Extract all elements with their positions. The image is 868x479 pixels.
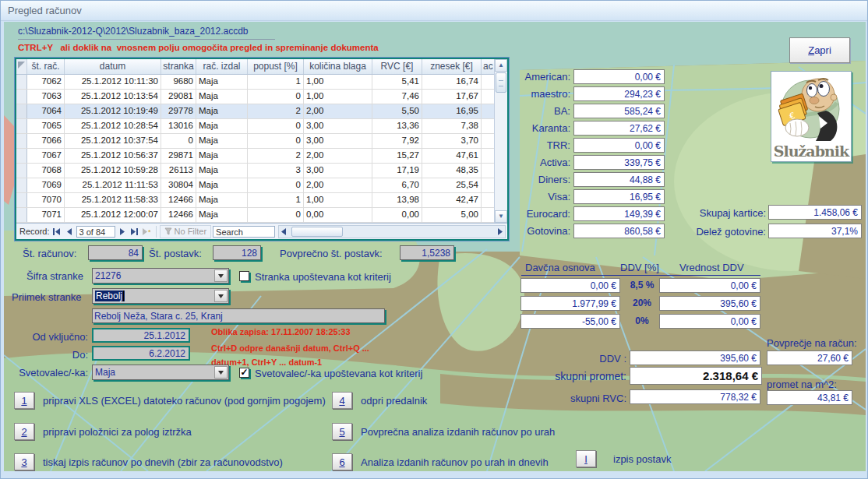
table-cell[interactable]: 25.1.2012 10:37:54 bbox=[65, 134, 161, 148]
table-cell[interactable]: 30804 bbox=[161, 178, 196, 192]
vertical-scroll-thumb[interactable] bbox=[496, 72, 506, 93]
table-cell[interactable]: 25.1.2012 10:13:54 bbox=[65, 90, 161, 104]
table-cell[interactable]: 25.1.2012 10:59:28 bbox=[65, 164, 161, 178]
next-record-button[interactable] bbox=[117, 226, 128, 237]
search-input[interactable]: Search bbox=[213, 226, 275, 238]
payment-field[interactable]: 339,75 € bbox=[573, 155, 665, 170]
table-cell[interactable]: Maja bbox=[196, 75, 248, 89]
table-cell[interactable]: Maja bbox=[196, 178, 248, 192]
close-button[interactable]: Zapri bbox=[789, 37, 850, 63]
action-button-2[interactable]: 2 bbox=[14, 423, 34, 440]
table-cell[interactable]: 0 bbox=[248, 178, 304, 192]
payment-field[interactable]: 16,95 € bbox=[573, 189, 665, 204]
table-cell[interactable]: 3,00 bbox=[304, 134, 372, 148]
table-cell[interactable]: 25,54 bbox=[422, 178, 482, 192]
first-record-button[interactable] bbox=[51, 226, 62, 237]
payment-field[interactable]: 0,00 € bbox=[573, 138, 665, 153]
table-cell[interactable]: 13,98 bbox=[372, 193, 422, 207]
date-to-field[interactable]: 6.2.2012 bbox=[92, 346, 190, 361]
customer-address-field[interactable]: Rebolj Neža, Stara c. 25, Kranj bbox=[92, 308, 385, 323]
table-cell[interactable]: 7063 bbox=[27, 90, 65, 104]
table-cell[interactable]: 25.1.2012 12:00:07 bbox=[65, 208, 161, 222]
rvc-total-field[interactable]: 778,32 € bbox=[630, 389, 760, 404]
table-cell[interactable]: 25.1.2012 11:11:53 bbox=[65, 178, 161, 192]
row-selector[interactable] bbox=[16, 178, 27, 192]
table-cell[interactable]: 25.1.2012 11:58:33 bbox=[65, 193, 161, 207]
table-cell[interactable]: 7066 bbox=[27, 134, 65, 148]
table-cell[interactable]: 1,00 bbox=[304, 75, 372, 89]
table-cell[interactable]: 0 bbox=[248, 90, 304, 104]
table-cell[interactable]: 3,00 bbox=[304, 164, 372, 178]
total-cards-field[interactable]: 1.458,06 € bbox=[768, 205, 862, 220]
table-cell[interactable]: 7065 bbox=[27, 119, 65, 133]
table-row[interactable]: 706325.1.2012 10:13:5429081Maja01,007,46… bbox=[16, 90, 494, 104]
ddv-total-field[interactable]: 395,60 € bbox=[630, 350, 760, 365]
item-count-field[interactable]: 128 bbox=[213, 245, 261, 260]
column-header[interactable]: popust [%] bbox=[248, 59, 304, 74]
vat-base-field[interactable]: 0,00 € bbox=[520, 278, 620, 293]
table-cell[interactable]: 9680 bbox=[161, 75, 196, 89]
table-cell[interactable]: Maja bbox=[196, 119, 248, 133]
action-button-5[interactable]: 5 bbox=[332, 423, 352, 440]
table-cell[interactable]: 0 bbox=[248, 119, 304, 133]
table-cell[interactable]: 13,36 bbox=[372, 119, 422, 133]
table-cell[interactable]: 16,74 bbox=[422, 75, 482, 89]
column-header-clipped[interactable]: ac bbox=[482, 59, 494, 74]
table-row[interactable]: 707025.1.2012 11:58:3312466Maja11,0013,9… bbox=[16, 193, 494, 208]
table-cell[interactable]: Maja bbox=[196, 104, 248, 118]
payment-field[interactable]: 585,24 € bbox=[573, 104, 665, 118]
table-cell[interactable]: 17,67 bbox=[422, 90, 482, 104]
table-cell[interactable]: 15,27 bbox=[372, 149, 422, 163]
table-row[interactable]: 706525.1.2012 10:28:5413016Maja03,0013,3… bbox=[16, 119, 494, 134]
record-position[interactable]: 3 of 84 bbox=[76, 226, 115, 238]
column-header[interactable]: stranka bbox=[161, 59, 196, 74]
table-cell[interactable]: 3 bbox=[248, 164, 304, 178]
advisor-criteria-checkbox[interactable] bbox=[239, 368, 249, 378]
table-cell[interactable]: 6,70 bbox=[372, 178, 422, 192]
table-cell[interactable]: 2,00 bbox=[304, 104, 372, 118]
row-selector[interactable] bbox=[16, 119, 27, 133]
table-cell[interactable]: 0 bbox=[248, 208, 304, 222]
table-cell[interactable]: 7069 bbox=[27, 178, 65, 192]
row-selector[interactable] bbox=[16, 208, 27, 222]
table-cell[interactable]: 29871 bbox=[161, 149, 196, 163]
table-cell[interactable]: 0,00 bbox=[372, 208, 422, 222]
horizontal-scrollbar[interactable] bbox=[278, 225, 506, 238]
payment-field[interactable]: 294,23 € bbox=[573, 86, 665, 101]
scroll-right-button[interactable] bbox=[497, 228, 503, 235]
table-cell[interactable]: 7,92 bbox=[372, 134, 422, 148]
filter-toggle[interactable]: No Filter bbox=[160, 225, 212, 238]
table-cell[interactable]: 29778 bbox=[161, 104, 196, 118]
column-header[interactable]: št. rač. bbox=[27, 59, 65, 74]
table-cell[interactable]: 12466 bbox=[161, 193, 196, 207]
table-cell[interactable]: 5,00 bbox=[422, 208, 482, 222]
table-cell[interactable]: 3,70 bbox=[422, 134, 482, 148]
previous-record-button[interactable] bbox=[64, 226, 75, 237]
date-from-field[interactable]: 25.1.2012 bbox=[92, 328, 190, 343]
row-selector[interactable] bbox=[16, 149, 27, 163]
action-button-i[interactable]: I bbox=[576, 450, 596, 467]
table-cell[interactable]: 2,00 bbox=[304, 178, 372, 192]
row-selector[interactable] bbox=[16, 104, 27, 118]
table-cell[interactable]: 48,35 bbox=[422, 164, 482, 178]
action-button-6[interactable]: 6 bbox=[332, 453, 352, 470]
table-cell[interactable]: 25.1.2012 10:28:54 bbox=[65, 119, 161, 133]
customer-code-combobox[interactable]: 21276 bbox=[92, 268, 229, 284]
table-cell[interactable]: Maja bbox=[196, 90, 248, 104]
table-row[interactable]: 706425.1.2012 10:19:4929778Maja22,005,50… bbox=[16, 104, 494, 119]
table-cell[interactable]: Maja bbox=[196, 164, 248, 178]
turnover-field[interactable]: 2.318,64 € bbox=[630, 367, 762, 385]
column-header[interactable]: znesek [€] bbox=[422, 59, 482, 74]
column-header[interactable]: količina blaga bbox=[304, 59, 372, 74]
table-cell[interactable]: 7,46 bbox=[372, 90, 422, 104]
table-row[interactable]: 706625.1.2012 10:37:540Maja03,007,923,70 bbox=[16, 134, 494, 149]
table-cell[interactable]: 25.1.2012 10:19:49 bbox=[65, 104, 161, 118]
table-cell[interactable]: 7062 bbox=[27, 75, 65, 89]
table-cell[interactable]: 26113 bbox=[161, 164, 196, 178]
table-cell[interactable]: 7,38 bbox=[422, 119, 482, 133]
table-cell[interactable]: 13016 bbox=[161, 119, 196, 133]
table-cell[interactable]: 1,00 bbox=[304, 193, 372, 207]
avg-invoice-field[interactable]: 27,60 € bbox=[767, 350, 852, 365]
table-cell[interactable]: 2,00 bbox=[304, 149, 372, 163]
action-button-3[interactable]: 3 bbox=[14, 453, 34, 470]
